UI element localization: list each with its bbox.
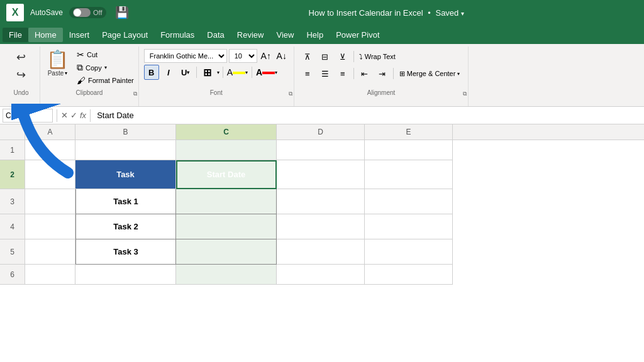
autosave-label: AutoSave bbox=[30, 8, 63, 17]
cell-c1[interactable] bbox=[176, 140, 277, 160]
paste-button[interactable]: 📋 Paste ▾ bbox=[43, 47, 72, 79]
underline-button[interactable]: U ▾ bbox=[178, 65, 193, 80]
highlight-color-indicator bbox=[233, 72, 245, 74]
font-size-select[interactable]: 10 bbox=[229, 49, 257, 63]
formula-confirm-icon[interactable]: ✓ bbox=[70, 111, 77, 120]
copy-button[interactable]: ⧉ Copy ▾ bbox=[75, 62, 136, 74]
highlight-color-button[interactable]: A ▾ bbox=[226, 65, 248, 80]
cell-b5[interactable]: Task 3 bbox=[75, 239, 176, 265]
cell-b1[interactable] bbox=[75, 140, 176, 160]
save-icon[interactable]: 💾 bbox=[115, 6, 129, 19]
format-painter-button[interactable]: 🖌 Format Painter bbox=[75, 75, 136, 86]
menu-formulas[interactable]: Formulas bbox=[154, 28, 201, 42]
cell-c6[interactable] bbox=[176, 265, 277, 285]
italic-button[interactable]: I bbox=[161, 65, 176, 80]
cell-e6[interactable] bbox=[365, 265, 453, 285]
menu-power-pivot[interactable]: Power Pivot bbox=[330, 28, 386, 42]
formula-content[interactable]: Start Date bbox=[94, 111, 641, 120]
menu-data[interactable]: Data bbox=[201, 28, 230, 42]
title-bar: X AutoSave Off 💾 How to Insert Calendar … bbox=[0, 0, 644, 25]
font-shrink-button[interactable]: A↓ bbox=[275, 49, 289, 63]
grid-rows: Task Start Date Task 1 Task 2 bbox=[25, 140, 453, 285]
cell-c4[interactable] bbox=[176, 214, 277, 239]
font-grow-button[interactable]: A↑ bbox=[259, 49, 273, 63]
cell-e5[interactable] bbox=[365, 239, 453, 265]
cell-e2[interactable] bbox=[365, 160, 453, 189]
row-header-2[interactable]: 2 bbox=[0, 160, 25, 189]
cell-a5[interactable] bbox=[25, 239, 75, 265]
col-header-a[interactable]: A bbox=[25, 124, 75, 140]
cell-e4[interactable] bbox=[365, 214, 453, 239]
cell-d2[interactable] bbox=[277, 160, 365, 189]
top-align-button[interactable]: ⊼ bbox=[299, 49, 316, 64]
col-header-d[interactable]: D bbox=[277, 124, 365, 140]
font-expand-icon[interactable]: ⧉ bbox=[289, 90, 292, 97]
cell-c3[interactable] bbox=[176, 189, 277, 214]
cell-d6[interactable] bbox=[277, 265, 365, 285]
alignment-section-label: Alignment bbox=[294, 89, 469, 96]
cell-b3[interactable]: Task 1 bbox=[75, 189, 176, 214]
menu-review[interactable]: Review bbox=[231, 28, 270, 42]
middle-align-button[interactable]: ⊟ bbox=[317, 49, 333, 64]
row-header-5[interactable]: 5 bbox=[0, 239, 25, 265]
cell-d4[interactable] bbox=[277, 214, 365, 239]
bold-button[interactable]: B bbox=[144, 65, 159, 80]
align-separator bbox=[353, 51, 354, 62]
formula-cancel-icon[interactable]: ✕ bbox=[61, 111, 68, 120]
decrease-indent-button[interactable]: ⇤ bbox=[357, 66, 373, 81]
autosave-toggle[interactable]: Off bbox=[69, 7, 106, 18]
cell-c2[interactable]: Start Date bbox=[176, 160, 277, 189]
wrap-text-button[interactable]: ⤵ Wrap Text bbox=[357, 52, 398, 62]
menu-home[interactable]: Home bbox=[28, 28, 63, 42]
bottom-align-button[interactable]: ⊻ bbox=[335, 49, 351, 64]
center-align-button[interactable]: ☰ bbox=[317, 66, 333, 81]
undo-section: ↩ ↪ Undo bbox=[3, 47, 40, 106]
cell-e1[interactable] bbox=[365, 140, 453, 160]
cell-d1[interactable] bbox=[277, 140, 365, 160]
font-color-button[interactable]: A ▾ bbox=[255, 65, 278, 80]
table-row: Task 1 bbox=[25, 189, 453, 214]
merge-center-button[interactable]: ⊞ Merge & Center ▾ bbox=[396, 68, 464, 80]
cell-e3[interactable] bbox=[365, 189, 453, 214]
cut-label: Cut bbox=[87, 51, 97, 58]
left-align-button[interactable]: ≡ bbox=[299, 66, 316, 81]
col-header-e[interactable]: E bbox=[365, 124, 453, 140]
col-header-c[interactable]: C bbox=[176, 124, 277, 140]
border-button[interactable]: ⊞ bbox=[200, 65, 215, 80]
increase-indent-button[interactable]: ⇥ bbox=[374, 66, 391, 81]
menu-help[interactable]: Help bbox=[300, 28, 330, 42]
cut-button[interactable]: ✂ Cut bbox=[75, 49, 136, 60]
row-header-1[interactable]: 1 bbox=[0, 140, 25, 160]
row-header-3[interactable]: 3 bbox=[0, 189, 25, 214]
row-header-4[interactable]: 4 bbox=[0, 214, 25, 239]
menu-file[interactable]: File bbox=[3, 28, 28, 42]
cell-a2[interactable] bbox=[25, 160, 75, 189]
cell-d3[interactable] bbox=[277, 189, 365, 214]
cell-c5[interactable] bbox=[176, 239, 277, 265]
right-align-button[interactable]: ≡ bbox=[335, 66, 351, 81]
redo-button[interactable]: ↪ bbox=[14, 67, 28, 83]
clipboard-expand-icon[interactable]: ⧉ bbox=[133, 90, 137, 97]
cell-a3[interactable] bbox=[25, 189, 75, 214]
cell-b4[interactable]: Task 2 bbox=[75, 214, 176, 239]
clipboard-right: ✂ Cut ⧉ Copy ▾ 🖌 Format Painter bbox=[75, 47, 136, 86]
font-section-label: Font bbox=[139, 89, 294, 96]
menu-page-layout[interactable]: Page Layout bbox=[96, 28, 154, 42]
cell-d5[interactable] bbox=[277, 239, 365, 265]
alignment-expand-icon[interactable]: ⧉ bbox=[463, 90, 467, 97]
cell-b2[interactable]: Task bbox=[75, 160, 176, 189]
table-row: Task Start Date bbox=[25, 160, 453, 189]
font-family-select[interactable]: Franklin Gothic Me... bbox=[144, 49, 227, 63]
separator2 bbox=[223, 67, 223, 78]
undo-button[interactable]: ↩ bbox=[14, 49, 28, 65]
menu-view[interactable]: View bbox=[270, 28, 300, 42]
menu-insert[interactable]: Insert bbox=[63, 28, 96, 42]
cell-reference-box[interactable]: C2 ▾ bbox=[3, 109, 53, 123]
row-header-6[interactable]: 6 bbox=[0, 265, 25, 285]
cell-a6[interactable] bbox=[25, 265, 75, 285]
col-header-b[interactable]: B bbox=[75, 124, 176, 140]
fx-label: fx bbox=[80, 111, 86, 120]
cell-a1[interactable] bbox=[25, 140, 75, 160]
cell-a4[interactable] bbox=[25, 214, 75, 239]
cell-b6[interactable] bbox=[75, 265, 176, 285]
